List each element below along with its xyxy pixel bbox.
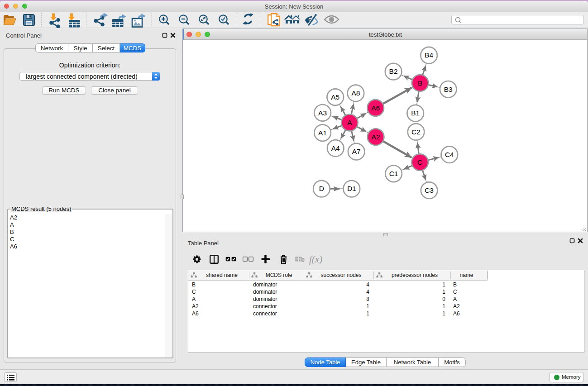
svg-text:A5: A5 [331, 93, 339, 101]
svg-text:A1: A1 [318, 129, 327, 137]
svg-text:B: B [418, 79, 422, 87]
svg-text:A3: A3 [318, 109, 327, 117]
svg-text:A4: A4 [331, 144, 340, 152]
svg-text:B1: B1 [411, 109, 420, 117]
svg-text:A7: A7 [352, 148, 361, 155]
svg-text:D1: D1 [347, 185, 356, 192]
svg-text:B4: B4 [425, 51, 433, 59]
svg-text:C3: C3 [425, 186, 434, 194]
svg-text:A6: A6 [371, 104, 380, 112]
svg-text:f(x): f(x) [309, 254, 322, 265]
svg-text:C: C [417, 158, 422, 166]
svg-text:A: A [347, 119, 352, 126]
svg-text:B2: B2 [389, 67, 398, 75]
svg-text:D: D [319, 185, 324, 192]
svg-text:C2: C2 [411, 128, 421, 136]
svg-text:A2: A2 [372, 133, 380, 141]
svg-text:C4: C4 [445, 151, 454, 158]
svg-text:B3: B3 [444, 86, 453, 93]
svg-text:C1: C1 [389, 170, 398, 177]
svg-text:A8: A8 [351, 89, 360, 97]
